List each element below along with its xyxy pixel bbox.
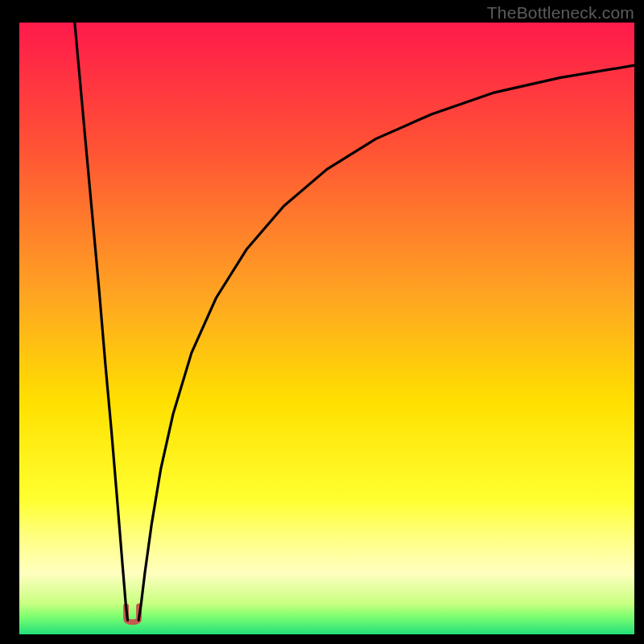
chart-frame: TheBottleneck.com <box>0 0 644 644</box>
chart-svg <box>0 0 644 644</box>
watermark-text: TheBottleneck.com <box>487 3 634 23</box>
chart-gradient-background <box>19 23 634 634</box>
